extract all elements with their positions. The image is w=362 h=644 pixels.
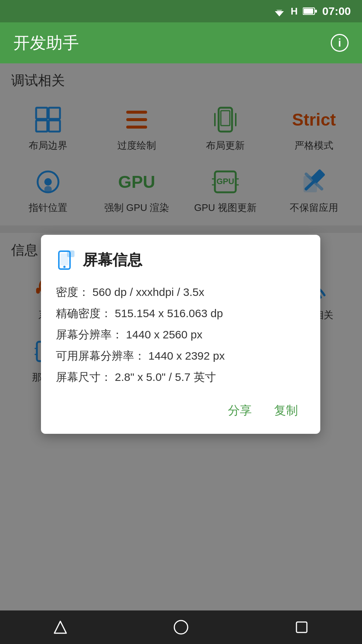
recents-icon bbox=[293, 619, 310, 635]
dialog-line-1: 精确密度： 515.154 x 516.063 dp bbox=[56, 303, 305, 324]
dialog-title: 屏幕信息 bbox=[83, 250, 142, 270]
dialog-line-2: 屏幕分辨率： 1440 x 2560 px bbox=[56, 324, 305, 345]
status-bar: H 07:00 bbox=[0, 0, 362, 22]
status-icons: H 07:00 bbox=[273, 5, 351, 18]
info-button[interactable]: i bbox=[331, 34, 349, 52]
home-icon bbox=[173, 619, 189, 635]
svg-rect-4 bbox=[315, 10, 317, 13]
dialog-buttons: 分享 复制 bbox=[56, 399, 305, 423]
dialog-title-row: 屏幕信息 bbox=[56, 250, 305, 270]
signal-icon bbox=[273, 6, 285, 16]
svg-marker-72 bbox=[54, 621, 66, 633]
dialog-phone-icon bbox=[56, 250, 75, 270]
recents-button[interactable] bbox=[290, 616, 313, 638]
dialog-line-0: 密度： 560 dp / xxxhdpi / 3.5x bbox=[56, 281, 305, 303]
network-type-icon: H bbox=[290, 6, 298, 17]
svg-point-70 bbox=[63, 266, 66, 268]
share-button[interactable]: 分享 bbox=[220, 399, 259, 423]
screen-info-dialog: 屏幕信息 密度： 560 dp / xxxhdpi / 3.5x 精确密度： 5… bbox=[41, 235, 320, 434]
svg-rect-3 bbox=[304, 9, 313, 14]
dialog-content: 密度： 560 dp / xxxhdpi / 3.5x 精确密度： 515.15… bbox=[56, 281, 305, 388]
time-display: 07:00 bbox=[322, 5, 351, 18]
dialog-line-3: 可用屏幕分辨率： 1440 x 2392 px bbox=[56, 345, 305, 366]
copy-button[interactable]: 复制 bbox=[267, 399, 305, 423]
back-button[interactable] bbox=[49, 616, 72, 638]
svg-rect-74 bbox=[296, 622, 307, 632]
svg-rect-71 bbox=[67, 250, 74, 257]
app-header: 开发助手 i bbox=[0, 22, 362, 63]
main-content: 调试相关 布局边界 过度绘制 bbox=[0, 63, 362, 610]
battery-icon bbox=[303, 7, 317, 15]
dialog-line-4: 屏幕尺寸： 2.8" x 5.0" / 5.7 英寸 bbox=[56, 366, 305, 388]
back-icon bbox=[52, 619, 69, 635]
svg-point-73 bbox=[174, 621, 188, 634]
bottom-nav-bar bbox=[0, 610, 362, 644]
home-button[interactable] bbox=[170, 616, 192, 638]
app-title: 开发助手 bbox=[13, 32, 79, 54]
